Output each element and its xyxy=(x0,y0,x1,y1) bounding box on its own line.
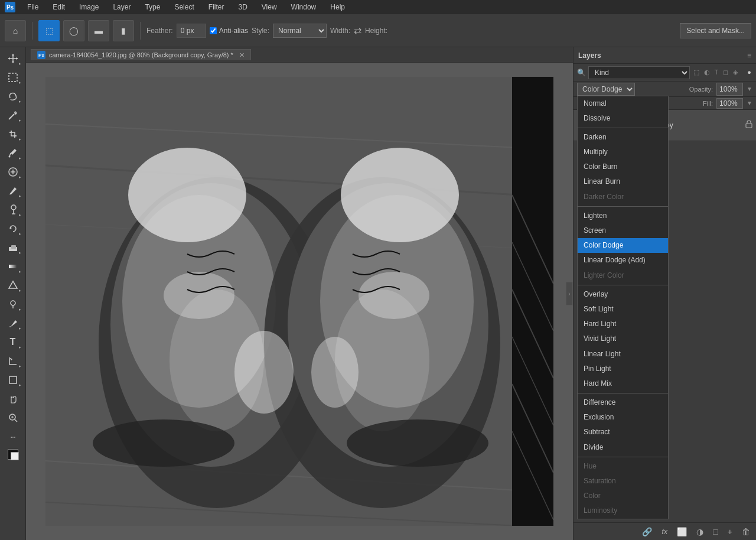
document-tab[interactable]: Ps camera-1840054_1920.jpg @ 80% (Backgr… xyxy=(31,49,251,60)
col-marquee-btn[interactable]: ▮ xyxy=(113,20,134,41)
shape-filter-icon[interactable]: ◻ xyxy=(722,67,729,77)
brush-tool[interactable]: ▸ xyxy=(3,182,23,200)
row-marquee-btn[interactable]: ▬ xyxy=(88,20,109,41)
blend-exclusion[interactable]: Exclusion xyxy=(578,410,668,425)
menu-type[interactable]: Type xyxy=(142,2,162,12)
blend-saturation[interactable]: Saturation xyxy=(578,474,668,489)
panel-collapse-btn[interactable]: › xyxy=(566,282,573,305)
delete-layer-icon[interactable]: 🗑 xyxy=(739,526,752,538)
blend-dissolve[interactable]: Dissolve xyxy=(578,111,668,126)
lasso-tool[interactable]: ▸ xyxy=(3,87,23,105)
move-tool[interactable]: ▸ xyxy=(3,50,23,67)
blend-multiply[interactable]: Multiply xyxy=(578,145,668,160)
blend-difference[interactable]: Difference xyxy=(578,395,668,410)
healing-tool[interactable]: ▸ xyxy=(3,163,23,181)
shoe-image xyxy=(45,77,553,526)
eraser-tool[interactable]: ▸ xyxy=(3,239,23,256)
blend-darken[interactable]: Darken xyxy=(578,130,668,145)
new-layer-icon[interactable]: + xyxy=(725,526,735,538)
clone-tool[interactable]: ▸ xyxy=(3,201,23,219)
menu-3d[interactable]: 3D xyxy=(236,2,249,12)
history-brush-tool[interactable]: ▸ xyxy=(3,220,23,238)
home-button[interactable]: ⌂ xyxy=(5,20,26,41)
filter-toggle[interactable]: ● xyxy=(746,67,752,77)
sep-1 xyxy=(578,128,668,128)
feather-input[interactable] xyxy=(177,24,206,38)
blend-color-burn[interactable]: Color Burn xyxy=(578,160,668,174)
opacity-dropdown-icon[interactable]: ▼ xyxy=(747,86,752,92)
blend-normal[interactable]: Normal xyxy=(578,96,668,111)
magic-wand-tool[interactable]: ▸ xyxy=(3,106,23,124)
more-tools[interactable]: ··· xyxy=(3,428,23,445)
blend-lighter-color[interactable]: Lighter Color xyxy=(578,268,668,283)
blend-vivid-light[interactable]: Vivid Light xyxy=(578,331,668,346)
style-select[interactable]: Normal Fixed Ratio Fixed Size xyxy=(273,24,327,38)
background-color[interactable] xyxy=(11,452,19,460)
blend-darker-color[interactable]: Darker Color xyxy=(578,190,668,204)
blend-soft-light[interactable]: Soft Light xyxy=(578,302,668,317)
blend-subtract[interactable]: Subtract xyxy=(578,425,668,440)
blend-linear-dodge[interactable]: Linear Dodge (Add) xyxy=(578,253,668,268)
fill-dropdown-icon[interactable]: ▼ xyxy=(747,100,752,106)
blend-hard-light[interactable]: Hard Light xyxy=(578,317,668,331)
blend-overlay[interactable]: Overlay xyxy=(578,287,668,302)
hand-tool[interactable] xyxy=(3,390,23,408)
blend-hue[interactable]: Hue xyxy=(578,459,668,474)
panel-menu-icon[interactable]: ≡ xyxy=(747,51,751,60)
rect-marquee-btn[interactable]: ⬚ xyxy=(38,20,60,41)
blend-hard-mix[interactable]: Hard Mix xyxy=(578,376,668,391)
menu-layer[interactable]: Layer xyxy=(110,2,133,12)
menu-filter[interactable]: Filter xyxy=(206,2,227,12)
shape-tool[interactable]: ▸ xyxy=(3,371,23,389)
tab-close-icon[interactable]: ✕ xyxy=(239,51,245,59)
blend-luminosity[interactable]: Luminosity xyxy=(578,503,668,518)
fg-bg-colors[interactable] xyxy=(8,449,18,460)
path-select-tool[interactable]: ▸ xyxy=(3,352,23,370)
menu-edit[interactable]: Edit xyxy=(50,2,67,12)
eyedropper-tool[interactable]: ▸ xyxy=(3,144,23,162)
pixel-filter-icon[interactable]: ⬚ xyxy=(692,67,700,77)
menu-select[interactable]: Select xyxy=(172,2,196,12)
link-layers-icon[interactable]: 🔗 xyxy=(640,526,654,538)
blend-linear-burn[interactable]: Linear Burn xyxy=(578,174,668,189)
marquee-tool[interactable]: ▸ xyxy=(3,69,23,86)
zoom-tool[interactable] xyxy=(3,409,23,427)
fill-input[interactable] xyxy=(716,98,743,109)
dodge-tool[interactable]: ▸ xyxy=(3,295,23,313)
blend-pin-light[interactable]: Pin Light xyxy=(578,362,668,376)
foreground-color[interactable] xyxy=(8,449,18,460)
menu-view[interactable]: View xyxy=(259,2,279,12)
group-layers-icon[interactable]: □ xyxy=(711,526,720,538)
add-mask-icon[interactable]: ⬜ xyxy=(674,526,689,538)
select-mask-button[interactable]: Select and Mask... xyxy=(680,23,751,38)
blend-mode-select[interactable]: Color Dodge xyxy=(577,83,635,96)
menu-window[interactable]: Window xyxy=(289,2,319,12)
blend-mode-dropdown[interactable]: Normal Dissolve Darken Multiply Color Bu… xyxy=(577,96,669,519)
blend-divide[interactable]: Divide xyxy=(578,440,668,455)
anti-alias-checkbox[interactable]: Anti-alias xyxy=(210,27,248,35)
crop-tool[interactable]: ▸ xyxy=(3,125,23,143)
anti-alias-check[interactable] xyxy=(210,27,217,34)
pen-tool[interactable]: ▸ xyxy=(3,314,23,332)
menu-file[interactable]: File xyxy=(25,2,41,12)
opacity-input[interactable] xyxy=(716,83,743,96)
blend-color-dodge[interactable]: Color Dodge xyxy=(578,238,668,253)
adjustment-layer-icon[interactable]: ◑ xyxy=(694,526,706,538)
blend-screen[interactable]: Screen xyxy=(578,223,668,238)
adjustment-filter-icon[interactable]: ◐ xyxy=(703,67,711,77)
blur-tool[interactable]: ▸ xyxy=(3,276,23,294)
kind-filter-select[interactable]: Kind xyxy=(588,66,690,79)
svg-point-15 xyxy=(11,205,16,210)
ellipse-marquee-btn[interactable]: ◯ xyxy=(63,20,84,41)
menu-help[interactable]: Help xyxy=(328,2,347,12)
menu-image[interactable]: Image xyxy=(77,2,101,12)
blend-linear-light[interactable]: Linear Light xyxy=(578,347,668,362)
type-filter-icon[interactable]: T xyxy=(713,67,720,77)
swap-icon[interactable]: ⇄ xyxy=(354,25,361,36)
gradient-tool[interactable]: ▸ xyxy=(3,258,23,275)
smart-filter-icon[interactable]: ◈ xyxy=(732,67,739,77)
text-tool[interactable]: T ▸ xyxy=(3,333,23,351)
fx-icon[interactable]: fx xyxy=(659,526,670,537)
blend-lighten[interactable]: Lighten xyxy=(578,209,668,223)
blend-color[interactable]: Color xyxy=(578,489,668,503)
